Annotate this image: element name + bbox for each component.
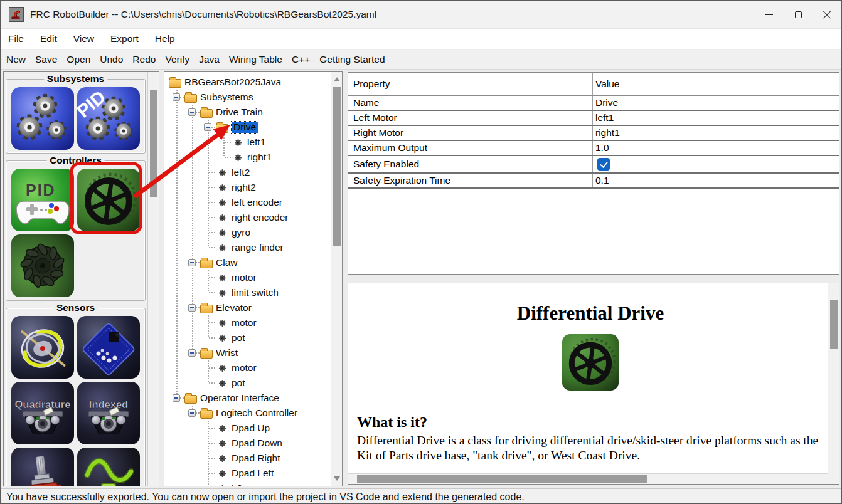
- tree-row-subsystems[interactable]: Subsystems: [169, 90, 331, 105]
- palette-item-accelerometer-board[interactable]: [77, 316, 140, 379]
- palette-item-pid-subsystem[interactable]: PID: [77, 87, 140, 150]
- tree-row-left-encoder[interactable]: left encoder: [169, 195, 331, 210]
- scroll-down-arrow-icon[interactable]: [334, 476, 340, 481]
- tree-expand-handle[interactable]: [188, 108, 196, 116]
- palette-scrollbar[interactable]: [147, 72, 159, 486]
- tree-row-left1[interactable]: left1: [169, 135, 331, 150]
- palette-item-differential-drive[interactable]: [77, 169, 140, 231]
- tree-expand-handle[interactable]: [188, 259, 196, 266]
- checkbox-checked-icon[interactable]: [597, 158, 610, 171]
- toolbar-button-wiring-table[interactable]: Wiring Table: [229, 54, 282, 65]
- property-row-right-motor: Right Motorright1: [348, 126, 839, 141]
- minimize-button[interactable]: [755, 1, 784, 29]
- tree-row-logitech-controller[interactable]: Logitech Controller: [169, 406, 331, 421]
- tree-row-motor[interactable]: motor: [169, 270, 331, 285]
- tree-row-right2[interactable]: right2: [169, 180, 331, 195]
- property-value-cell[interactable]: Drive: [593, 96, 839, 110]
- toolbar-button-save[interactable]: Save: [35, 54, 57, 65]
- tree-expand-handle[interactable]: [173, 93, 180, 101]
- folder-icon: [200, 305, 213, 313]
- palette-scrollbar-thumb[interactable]: [150, 90, 157, 197]
- palette-item-mecanum-drive[interactable]: [11, 234, 74, 297]
- toolbar-button-new[interactable]: New: [6, 54, 26, 65]
- tree-expand-handle[interactable]: [188, 304, 196, 312]
- tree-expand-handle[interactable]: [173, 394, 180, 402]
- menu-export[interactable]: Export: [110, 33, 139, 45]
- tree-expand-handle[interactable]: [188, 349, 196, 357]
- wheel-green-icon: [77, 169, 140, 231]
- tree-node-label: Wrist: [216, 347, 238, 359]
- tree-row-pot[interactable]: pot: [169, 330, 331, 345]
- tree-row-drive[interactable]: Drive: [169, 120, 331, 135]
- tree-row-pot[interactable]: pot: [169, 375, 331, 391]
- menu-help[interactable]: Help: [155, 33, 175, 45]
- gears-blue-icon: [11, 87, 74, 150]
- tree-row-dpad-up[interactable]: Dpad Up: [169, 421, 331, 436]
- menu-file[interactable]: File: [8, 33, 24, 45]
- toolbar-button-java[interactable]: Java: [199, 54, 220, 65]
- tree-row-motor[interactable]: motor: [169, 360, 331, 375]
- menu-edit[interactable]: Edit: [40, 33, 57, 45]
- toolbar-button-verify[interactable]: Verify: [165, 54, 189, 65]
- tree-scrollbar-thumb[interactable]: [333, 87, 341, 246]
- toolbar-button-undo[interactable]: Undo: [100, 54, 123, 65]
- maximize-button[interactable]: [784, 1, 813, 29]
- palette-item-pid-controller[interactable]: PID: [11, 169, 74, 231]
- tree-row-rbgearsbot2025java[interactable]: RBGearsBot2025Java: [169, 75, 331, 90]
- minimize-icon: [765, 14, 773, 15]
- tree-row-claw[interactable]: Claw: [169, 255, 331, 270]
- robot-arm-icon: [11, 9, 22, 20]
- app-window: FRC RobotBuilder -- C:\Users\chris\Docum…: [0, 0, 842, 504]
- scroll-up-arrow-icon[interactable]: [334, 77, 340, 81]
- value-column-header: Value: [593, 73, 839, 95]
- palette-item-quadrature-encoder[interactable]: Quadrature: [11, 382, 74, 444]
- palette-item-potentiometer[interactable]: [11, 448, 74, 486]
- property-value-cell[interactable]: [593, 156, 839, 172]
- palette-item-indexed-encoder[interactable]: Indexed: [77, 382, 140, 444]
- gear-bullet-icon: [218, 184, 226, 192]
- tree-row-dpad-down[interactable]: Dpad Down: [169, 436, 331, 451]
- help-vertical-scrollbar-thumb[interactable]: [830, 300, 838, 349]
- palette-item-gyro[interactable]: [11, 316, 74, 379]
- tree-row-motor[interactable]: motor: [169, 315, 331, 330]
- property-table-header: Property Value: [348, 73, 839, 96]
- menu-view[interactable]: View: [73, 33, 94, 45]
- toolbar-button-redo[interactable]: Redo: [132, 54, 156, 65]
- tree-node-label: Drive: [232, 122, 258, 133]
- help-horizontal-scrollbar[interactable]: [348, 473, 828, 484]
- tree-row-wrist[interactable]: Wrist: [169, 345, 331, 360]
- potentiometer-icon: [11, 448, 74, 486]
- tree-row-gyro[interactable]: gyro: [169, 225, 331, 240]
- tree-expand-handle[interactable]: [188, 409, 196, 417]
- tree-expand-handle[interactable]: [204, 123, 211, 131]
- tree-row-operator-interface[interactable]: Operator Interface: [169, 391, 331, 406]
- palette-item-analog-input[interactable]: [77, 448, 140, 486]
- palette-item-subsystem[interactable]: [11, 87, 74, 150]
- folder-icon: [216, 124, 228, 133]
- close-button[interactable]: [813, 1, 841, 29]
- tree-scrollbar[interactable]: [331, 72, 342, 486]
- tree-row-limit-switch[interactable]: limit switch: [169, 285, 331, 300]
- tree-row-l2[interactable]: L2: [169, 481, 331, 486]
- toolbar-button-c[interactable]: C++: [292, 54, 310, 65]
- svg-text:Quadrature: Quadrature: [15, 399, 71, 410]
- property-value-cell[interactable]: 1.0: [593, 141, 839, 155]
- menu-bar: FileEditViewExportHelp: [1, 29, 841, 50]
- toolbar-button-open[interactable]: Open: [67, 54, 90, 65]
- encoder-icon: Indexed: [77, 382, 140, 444]
- property-value-cell[interactable]: right1: [593, 126, 839, 140]
- tree-row-right-encoder[interactable]: right encoder: [169, 210, 331, 225]
- tree-row-range-finder[interactable]: range finder: [169, 240, 331, 255]
- help-vertical-scrollbar[interactable]: [828, 283, 839, 484]
- property-value-cell[interactable]: 0.1: [593, 174, 839, 187]
- tree-row-dpad-left[interactable]: Dpad Left: [169, 466, 331, 481]
- help-horizontal-scrollbar-thumb[interactable]: [357, 475, 647, 483]
- tree-row-elevator[interactable]: Elevator: [169, 300, 331, 315]
- property-value-cell[interactable]: left1: [593, 111, 839, 125]
- gear-bullet-icon: [218, 454, 226, 463]
- tree-row-left2[interactable]: left2: [169, 165, 331, 180]
- toolbar-button-getting-started[interactable]: Getting Started: [319, 54, 385, 65]
- tree-row-drive-train[interactable]: Drive Train: [169, 105, 331, 120]
- tree-row-dpad-right[interactable]: Dpad Right: [169, 451, 331, 466]
- tree-row-right1[interactable]: right1: [169, 150, 331, 165]
